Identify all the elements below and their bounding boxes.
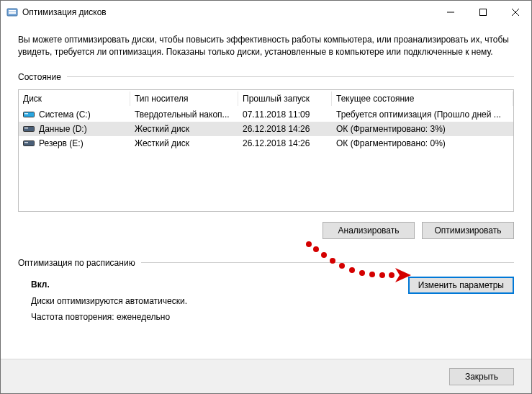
table-row[interactable]: Система (C:)Твердотельный накоп...07.11.… [19,107,513,122]
svg-rect-11 [24,140,35,145]
svg-rect-7 [24,112,35,117]
close-dialog-button[interactable]: Закрыть [449,368,514,385]
change-params-button[interactable]: Изменить параметры [408,277,514,294]
divider [67,76,514,77]
optimize-button[interactable]: Оптимизировать [422,222,514,239]
current-status: ОК (Фрагментировано: 0%) [332,138,513,149]
svg-rect-1 [9,10,16,12]
schedule-auto: Диски оптимизируются автоматически. [31,293,187,310]
table-row[interactable]: Резерв (E:)Жесткий диск26.12.2018 14:26О… [19,136,513,151]
media-type: Жесткий диск [130,138,238,149]
table-row[interactable]: Данные (D:)Жесткий диск26.12.2018 14:26О… [19,122,513,136]
state-label: Состояние [18,72,61,82]
current-status: Требуется оптимизация (Прошло дней ... [332,109,513,120]
svg-rect-10 [24,127,28,129]
disk-name: Резерв (E:) [39,138,84,148]
close-button[interactable] [499,1,531,23]
drive-icon [23,125,35,133]
maximize-button[interactable] [466,1,499,23]
drive-icon [23,139,35,148]
disk-name: Система (C:) [39,109,91,120]
col-disk[interactable]: Диск [19,91,130,106]
minimize-button[interactable] [434,1,466,23]
svg-rect-8 [24,113,28,115]
content-area: Вы можете оптимизировать диски, чтобы по… [1,24,531,359]
svg-rect-12 [24,142,28,143]
current-status: ОК (Фрагментировано: 3%) [332,123,513,135]
last-run: 07.11.2018 11:09 [238,109,332,120]
action-buttons: Анализировать Оптимизировать [18,222,514,239]
schedule-info: Вкл. Диски оптимизируются автоматически.… [18,277,187,326]
description-text: Вы можете оптимизировать диски, чтобы по… [18,34,514,59]
disk-name: Данные (D:) [39,124,87,134]
last-run: 26.12.2018 14:26 [238,123,332,135]
table-body: Система (C:)Твердотельный накоп...07.11.… [19,107,513,151]
state-section-label: Состояние [18,72,514,82]
col-status[interactable]: Текущее состояние [332,91,513,106]
schedule-on: Вкл. [31,277,187,293]
bottom-bar: Закрыть [1,359,531,393]
media-type: Жесткий диск [130,123,238,135]
last-run: 26.12.2018 14:26 [238,138,332,149]
media-type: Твердотельный накоп... [130,109,238,120]
drive-icon [23,110,35,119]
schedule-freq: Частота повторения: еженедельно [31,309,187,326]
analyze-button[interactable]: Анализировать [323,222,415,239]
window-title: Оптимизация дисков [22,7,107,17]
col-media[interactable]: Тип носителя [130,91,238,106]
svg-rect-4 [479,9,486,16]
disk-table[interactable]: Диск Тип носителя Прошлый запуск Текущее… [18,89,514,212]
window: Оптимизация дисков Вы можете оптимизиров… [0,0,532,394]
table-header: Диск Тип носителя Прошлый запуск Текущее… [19,90,513,107]
col-last[interactable]: Прошлый запуск [238,91,332,106]
svg-rect-9 [24,126,35,131]
divider [141,262,514,263]
svg-rect-2 [9,12,16,14]
titlebar: Оптимизация дисков [1,1,531,24]
schedule-header: Оптимизация по расписанию [18,258,135,268]
schedule-section: Оптимизация по расписанию Вкл. Диски опт… [18,258,514,326]
app-icon [6,6,18,18]
